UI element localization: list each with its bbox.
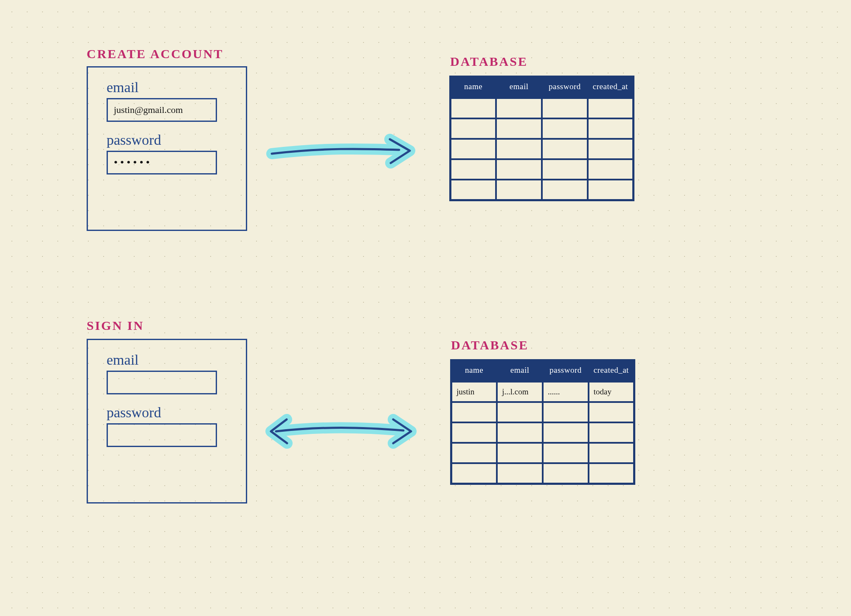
table-cell: ......	[543, 382, 589, 402]
table-cell	[589, 463, 634, 484]
table-row	[451, 98, 634, 118]
table-cell	[588, 180, 634, 200]
table-cell	[496, 98, 542, 118]
database1-table: nameemailpasswordcreated_at	[449, 76, 634, 201]
password-input[interactable]: ••••••	[107, 151, 217, 174]
table-cell	[589, 443, 634, 463]
table-row	[451, 159, 634, 180]
table-cell	[496, 118, 542, 139]
table-cell	[588, 98, 634, 118]
table-cell	[451, 139, 496, 159]
table-cell	[497, 443, 543, 463]
table-cell	[451, 180, 496, 200]
db-column-header: email	[497, 360, 543, 382]
sign-in-title: SIGN IN	[87, 318, 144, 333]
table-cell	[589, 402, 634, 422]
db-column-header: email	[496, 77, 542, 98]
table-cell	[543, 463, 589, 484]
password-label: password	[107, 405, 220, 421]
table-cell	[542, 98, 588, 118]
table-cell	[451, 402, 497, 422]
email-input[interactable]	[107, 371, 217, 394]
table-cell	[542, 180, 588, 200]
table-row	[451, 443, 634, 463]
table-cell	[496, 180, 542, 200]
database2-table: nameemailpasswordcreated_atjustinj...l.c…	[450, 359, 635, 485]
table-cell	[543, 443, 589, 463]
password-label: password	[107, 132, 220, 148]
email-label: email	[107, 352, 220, 368]
table-cell	[497, 422, 543, 443]
table-cell: justin	[451, 382, 497, 402]
table-cell	[451, 422, 497, 443]
db-column-header: password	[542, 77, 588, 98]
sign-in-form: email password	[87, 339, 247, 503]
create-account-form: email justin@gmail.com password ••••••	[87, 66, 247, 231]
table-cell	[497, 402, 543, 422]
table-cell	[496, 159, 542, 180]
table-cell	[589, 422, 634, 443]
create-account-title: CREATE ACCOUNT	[87, 47, 223, 61]
table-cell	[542, 118, 588, 139]
table-cell	[542, 139, 588, 159]
table-cell	[588, 159, 634, 180]
table-row	[451, 422, 634, 443]
table-cell	[588, 118, 634, 139]
table-row	[451, 402, 634, 422]
table-row	[451, 180, 634, 200]
table-row	[451, 139, 634, 159]
table-cell	[451, 159, 496, 180]
table-row	[451, 463, 634, 484]
table-cell	[542, 159, 588, 180]
table-cell: j...l.com	[497, 382, 543, 402]
table-cell	[496, 139, 542, 159]
table-cell	[543, 422, 589, 443]
password-input[interactable]	[107, 423, 217, 447]
table-row: justinj...l.com......today	[451, 382, 634, 402]
database1-title: DATABASE	[450, 54, 528, 69]
table-cell	[451, 98, 496, 118]
table-cell	[543, 402, 589, 422]
table-cell	[588, 139, 634, 159]
database2-title: DATABASE	[451, 338, 529, 352]
table-cell: today	[589, 382, 634, 402]
db-column-header: password	[543, 360, 589, 382]
db-column-header: created_at	[588, 77, 634, 98]
db-column-header: created_at	[589, 360, 634, 382]
table-cell	[497, 463, 543, 484]
table-cell	[451, 463, 497, 484]
table-cell	[451, 118, 496, 139]
table-cell	[451, 443, 497, 463]
arrow-both-icon	[263, 407, 425, 458]
db-column-header: name	[451, 360, 497, 382]
arrow-right-icon	[263, 127, 425, 178]
table-row	[451, 118, 634, 139]
db-column-header: name	[451, 77, 496, 98]
email-input[interactable]: justin@gmail.com	[107, 98, 217, 122]
email-label: email	[107, 79, 220, 96]
